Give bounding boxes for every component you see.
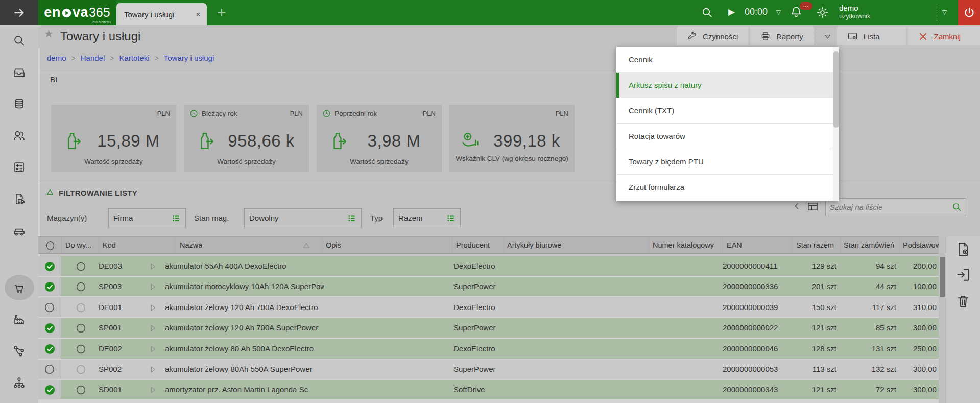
column-header-opis[interactable]: Opis	[326, 237, 341, 254]
table-row[interactable]: DE003 akumulator 55Ah 400A DexoElectro D…	[38, 256, 939, 276]
magazyny-combo[interactable]: Firma	[108, 208, 186, 227]
column-header-do-wydania[interactable]: Do wy...	[65, 237, 97, 254]
table-row[interactable]: SP003 akumulator motocyklowy 10Ah 120A S…	[38, 277, 939, 296]
column-header-stan-razem[interactable]: Stan razem	[796, 237, 834, 254]
column-header-artykuly-biurowe[interactable]: Artykuły biurowe	[507, 237, 561, 254]
sidebar-search-icon[interactable]	[12, 34, 26, 48]
row-select-marker[interactable]	[38, 380, 61, 399]
column-header-nazwa[interactable]: Nazwa	[180, 237, 202, 254]
tab-towary-i-uslugi[interactable]: Towary i usługi ×	[116, 3, 207, 25]
raporty-button[interactable]: Raporty	[750, 27, 814, 45]
menu-item-towary-ptu[interactable]: Towary z błędem PTU	[616, 149, 839, 175]
row-select-marker[interactable]	[38, 256, 61, 276]
global-search-icon[interactable]	[701, 6, 713, 19]
row-radio-icon[interactable]	[76, 281, 86, 292]
row-select-marker[interactable]	[38, 360, 61, 379]
enova365-logo[interactable]: en va 365 dla biznesu	[38, 0, 116, 25]
timer-caret-icon[interactable]: ▽	[776, 9, 781, 16]
sidebar-org-chart-icon[interactable]	[12, 344, 26, 358]
table-row[interactable]: SP001 akumulator żelowy 120 Ah 700A Supe…	[38, 318, 939, 338]
row-radio-icon[interactable]	[76, 344, 86, 354]
row-select-marker[interactable]	[38, 339, 61, 359]
sidebar-people-icon[interactable]	[12, 129, 26, 143]
column-header-ean[interactable]: EAN	[727, 237, 742, 254]
gear-icon[interactable]	[816, 6, 829, 19]
sidebar-toggle[interactable]	[0, 0, 38, 25]
column-header-producent[interactable]: Producent	[456, 237, 490, 254]
menu-item-cennik[interactable]: Cennik	[616, 47, 839, 73]
kpi-card-sales-previous-year[interactable]: Poprzedni rok PLN 3,98 M Wartość sprzeda…	[317, 105, 442, 172]
sidebar-calculator-icon[interactable]	[12, 160, 26, 174]
list-search-icon[interactable]	[951, 202, 962, 212]
table-row[interactable]: DE002 akumulator żelowy 80 Ah 500A DexoE…	[38, 339, 939, 359]
open-record-icon[interactable]	[955, 267, 971, 283]
raporty-caret-icon[interactable]	[820, 27, 835, 45]
column-header-stan-zamowien[interactable]: Stan zamówień	[844, 237, 894, 254]
menu-item-cennik-txt[interactable]: Cennik (TXT)	[616, 98, 839, 124]
logout-button[interactable]	[958, 0, 980, 25]
favorite-star-icon[interactable]: ★	[44, 28, 54, 40]
row-expand-icon[interactable]	[148, 323, 158, 333]
new-tab-button[interactable]: +	[217, 3, 226, 22]
table-row[interactable]: SD001 amortyzator prz. Aston Martin Lago…	[38, 380, 939, 399]
filter-section-title[interactable]: FILTROWANIE LISTY	[59, 188, 137, 197]
breadcrumb-towary[interactable]: Towary i usługi	[164, 54, 214, 62]
czynnosci-button[interactable]: Czynności	[677, 27, 748, 45]
column-header-podstawowa[interactable]: Podstawowa/N	[903, 237, 939, 254]
chevron-left-icon[interactable]	[793, 202, 801, 210]
sort-asc-icon[interactable]	[302, 242, 310, 250]
filter-triangle-icon[interactable]	[46, 188, 54, 196]
row-radio-icon[interactable]	[76, 385, 86, 395]
sidebar-cart-icon[interactable]	[12, 281, 26, 295]
row-radio-icon[interactable]	[76, 364, 86, 375]
row-select-marker[interactable]	[38, 277, 61, 296]
play-icon[interactable]: ▶	[728, 7, 735, 17]
row-radio-icon[interactable]	[76, 261, 86, 272]
typ-combo[interactable]: Razem	[393, 208, 461, 227]
breadcrumb-kartoteki[interactable]: Kartoteki	[119, 54, 149, 62]
session-timer[interactable]: 00:00	[745, 7, 768, 17]
table-row[interactable]: SP002 akumulator żelowy 80Ah 550A SuperP…	[38, 360, 939, 379]
tab-close-icon[interactable]: ×	[196, 3, 201, 26]
user-menu[interactable]: demo użytkownik	[839, 4, 870, 20]
row-select-marker[interactable]	[38, 298, 61, 317]
sidebar-car-icon[interactable]	[12, 224, 26, 238]
row-expand-icon[interactable]	[148, 282, 158, 292]
menu-item-zrzut[interactable]: Zrzut formularza	[616, 175, 839, 200]
sidebar-factory-icon[interactable]	[12, 313, 26, 326]
row-expand-icon[interactable]	[148, 385, 158, 395]
row-expand-icon[interactable]	[148, 262, 158, 271]
column-header-numer-katalogowy[interactable]: Numer katalogowy	[653, 237, 714, 254]
sidebar-inbox-icon[interactable]	[12, 65, 26, 79]
menu-scrollbar-thumb[interactable]	[833, 51, 839, 128]
kpi-card-clv[interactable]: PLN 399,18 k Wskaźnik CLV (wg okresu roc…	[449, 105, 575, 172]
row-expand-icon[interactable]	[148, 365, 158, 374]
stan-mag-combo[interactable]: Dowolny	[244, 208, 362, 227]
sidebar-branch-icon[interactable]	[12, 376, 26, 390]
breadcrumb-handel[interactable]: Handel	[81, 54, 105, 62]
menu-scrollbar[interactable]	[833, 47, 839, 201]
row-select-marker[interactable]	[38, 318, 61, 338]
column-header-kod[interactable]: Kod	[103, 237, 116, 254]
zamknij-button[interactable]: Zamknij	[908, 27, 980, 45]
row-expand-icon[interactable]	[148, 303, 158, 313]
table-scrollbar-thumb[interactable]	[940, 257, 945, 297]
record-circle-icon[interactable]	[45, 240, 56, 251]
menu-item-arkusz-spisu[interactable]: Arkusz spisu z natury	[616, 73, 839, 98]
list-search-input[interactable]	[826, 203, 951, 211]
add-record-icon[interactable]	[955, 241, 971, 257]
kpi-card-sales-total[interactable]: PLN 15,89 M Wartość sprzedaży	[51, 105, 176, 172]
kpi-card-sales-current-year[interactable]: Bieżący rok PLN 958,66 k Wartość sprzeda…	[184, 105, 309, 172]
user-caret-icon[interactable]: ▽	[942, 9, 947, 16]
row-radio-icon[interactable]	[76, 323, 86, 334]
row-expand-icon[interactable]	[148, 344, 158, 354]
menu-item-rotacja[interactable]: Rotacja towarów	[616, 124, 839, 149]
sidebar-delivery-document-icon[interactable]	[12, 192, 26, 206]
sidebar-database-icon[interactable]	[12, 97, 26, 111]
row-radio-icon[interactable]	[76, 302, 86, 313]
delete-record-icon[interactable]	[955, 293, 971, 310]
lista-button[interactable]: Lista	[837, 27, 906, 45]
grid-icon[interactable]	[807, 201, 819, 212]
table-row[interactable]: DE001 akumulator żelowy 120 Ah 700A Dexo…	[38, 298, 939, 317]
breadcrumb-demo[interactable]: demo	[47, 54, 66, 62]
